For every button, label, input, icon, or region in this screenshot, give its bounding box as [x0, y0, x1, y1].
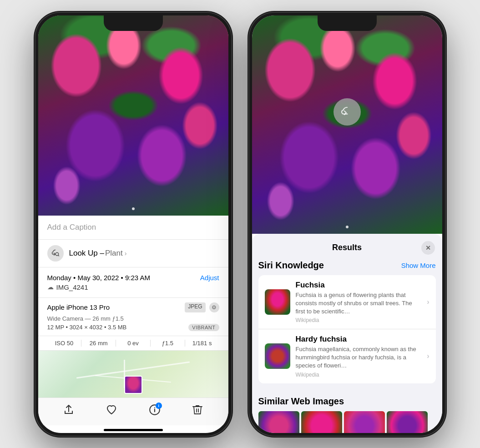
- photo-info-section: Monday • May 30, 2022 • 9:23 AM Adjust ☁…: [38, 267, 228, 298]
- caption-placeholder[interactable]: Add a Caption: [47, 223, 96, 232]
- similar-images-section: Similar Web Images: [252, 390, 442, 433]
- photo-indicator-dot: [132, 207, 135, 210]
- right-screen: Results ✕ Siri Knowledge Show More: [252, 15, 442, 433]
- info-active-badge: i: [156, 403, 162, 409]
- cloud-icon: ☁: [47, 283, 54, 291]
- fuchsia-title: Fuchsia: [296, 281, 422, 290]
- siri-card-fuchsia[interactable]: Fuchsia Fuchsia is a genus of flowering …: [258, 275, 436, 330]
- device-section: Apple iPhone 13 Pro JPEG ⚙ Wide Camera —…: [38, 298, 228, 336]
- siri-cards-list: Fuchsia Fuchsia is a genus of flowering …: [258, 275, 436, 383]
- map-area[interactable]: [38, 351, 228, 398]
- caption-area[interactable]: Add a Caption: [38, 216, 228, 240]
- siri-knowledge-section: Siri Knowledge Show More Fuchsia: [252, 260, 442, 390]
- similar-images-grid: [258, 411, 436, 433]
- lookup-subject: Plant: [105, 249, 123, 258]
- fuchsia-thumbnail: [265, 289, 290, 315]
- share-button[interactable]: [62, 403, 75, 416]
- visual-lookup-button[interactable]: [333, 98, 361, 126]
- fuchsia-content: Fuchsia Fuchsia is a genus of flowering …: [296, 281, 422, 324]
- photo-display-right[interactable]: [252, 15, 442, 234]
- fuchsia-source: Wikipedia: [296, 317, 422, 323]
- photo-indicator-dot-right: [346, 226, 349, 228]
- similar-image-2[interactable]: [301, 411, 342, 433]
- fuchsia-chevron-icon: ›: [427, 298, 429, 306]
- results-header: Results ✕: [252, 241, 442, 260]
- jpeg-badge: JPEG: [185, 302, 205, 312]
- photo-display[interactable]: [38, 15, 228, 216]
- similar-images-title: Similar Web Images: [258, 396, 436, 407]
- settings-icon[interactable]: ⚙: [209, 302, 219, 312]
- right-phone: Results ✕ Siri Knowledge Show More: [249, 13, 445, 436]
- device-name: Apple iPhone 13 Pro: [47, 303, 110, 311]
- lookup-row[interactable]: Look Up – Plant ›: [38, 240, 228, 267]
- show-more-button[interactable]: Show More: [401, 262, 436, 269]
- hardy-fuchsia-description: Fuchsia magellanica, commonly known as t…: [296, 345, 422, 370]
- camera-spec: Wide Camera — 26 mm ƒ1.5: [47, 315, 219, 322]
- favorite-button[interactable]: [105, 403, 118, 416]
- hardy-fuchsia-title: Hardy fuchsia: [296, 335, 422, 344]
- iso-spec: ISO 50: [47, 340, 82, 347]
- lookup-label: Look Up –: [69, 249, 105, 258]
- filename: IMG_4241: [56, 283, 88, 291]
- tech-specs-row: ISO 50 26 mm 0 ev ƒ1.5 1/181 s: [38, 336, 228, 351]
- info-button[interactable]: i: [148, 403, 161, 416]
- vibrant-badge: VIBRANT: [188, 324, 219, 331]
- delete-button[interactable]: [191, 403, 204, 416]
- results-title: Results: [332, 243, 362, 252]
- similar-image-3[interactable]: [344, 411, 385, 433]
- home-bar: [104, 429, 163, 431]
- siri-knowledge-title: Siri Knowledge: [258, 260, 324, 271]
- photo-toolbar: i: [38, 398, 228, 425]
- flower-image: [38, 15, 228, 216]
- hardy-fuchsia-content: Hardy fuchsia Fuchsia magellanica, commo…: [296, 335, 422, 378]
- fuchsia-description: Fuchsia is a genus of flowering plants t…: [296, 291, 422, 316]
- siri-card-hardy-fuchsia[interactable]: Hardy fuchsia Fuchsia magellanica, commo…: [258, 329, 436, 383]
- visual-lookup-icon: [47, 245, 64, 262]
- similar-image-4[interactable]: [387, 411, 428, 433]
- hardy-fuchsia-source: Wikipedia: [296, 372, 422, 378]
- ev-spec: 0 ev: [116, 340, 151, 347]
- photo-date: Monday • May 30, 2022 • 9:23 AM: [47, 274, 150, 282]
- shutter-spec: 1/181 s: [185, 340, 219, 347]
- notch: [104, 15, 163, 31]
- close-button[interactable]: ✕: [421, 241, 435, 255]
- notch-right: [318, 15, 377, 31]
- left-phone: Add a Caption Look Up – Plan: [35, 13, 231, 436]
- aperture-spec: ƒ1.5: [151, 340, 185, 347]
- similar-image-1[interactable]: [258, 411, 299, 433]
- adjust-button[interactable]: Adjust: [200, 274, 219, 282]
- lookup-chevron-icon: ›: [125, 250, 127, 257]
- hardy-fuchsia-thumbnail: [265, 343, 290, 369]
- left-screen: Add a Caption Look Up – Plan: [38, 15, 228, 433]
- hardy-fuchsia-chevron-icon: ›: [427, 352, 429, 360]
- results-panel: Results ✕ Siri Knowledge Show More: [252, 234, 442, 433]
- photo-meta: 12 MP • 3024 × 4032 • 3.5 MB: [47, 324, 127, 331]
- focal-spec: 26 mm: [81, 340, 116, 347]
